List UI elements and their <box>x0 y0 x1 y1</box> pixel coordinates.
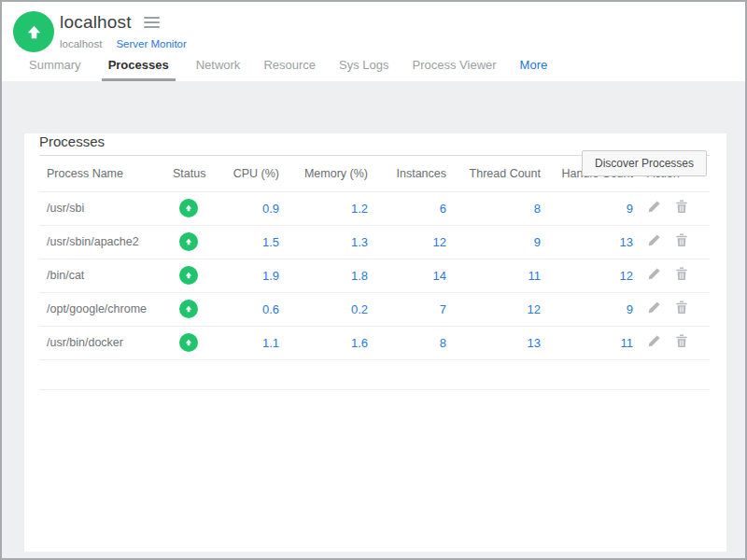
status-up-icon <box>179 232 198 251</box>
pencil-icon <box>647 200 661 214</box>
app-window: localhost localhost Server Monitor Summa… <box>0 0 747 560</box>
col-memory: Memory (%) <box>279 156 368 191</box>
col-instances: Instances <box>368 156 446 191</box>
page-title: localhost <box>60 12 132 33</box>
status-up-icon <box>179 333 198 352</box>
tab-bar: Summary Processes Network Resource Sys L… <box>26 58 550 81</box>
delete-button[interactable] <box>675 233 688 250</box>
edit-button[interactable] <box>647 334 661 351</box>
memory-cell[interactable]: 0.2 <box>279 292 368 326</box>
tab-summary[interactable]: Summary <box>26 58 84 81</box>
instances-cell[interactable]: 8 <box>368 326 446 359</box>
host-label: localhost <box>60 38 102 49</box>
handle-count-cell[interactable]: 13 <box>541 225 633 259</box>
delete-button[interactable] <box>675 200 688 217</box>
process-name-cell: /usr/sbi <box>39 191 173 225</box>
tab-processes[interactable]: Processes <box>102 58 176 81</box>
trash-icon <box>675 301 688 315</box>
status-up-icon <box>179 266 198 285</box>
tab-network[interactable]: Network <box>193 58 244 81</box>
server-monitor-link[interactable]: Server Monitor <box>116 38 186 49</box>
trash-icon <box>675 334 688 348</box>
table-row: /usr/sbi 0.9 1.2 6 8 9 <box>39 191 710 225</box>
process-name-cell: /bin/cat <box>39 259 173 292</box>
page-background: Discover Processes Processes Process Nam… <box>2 81 745 560</box>
memory-cell[interactable]: 1.6 <box>279 326 368 359</box>
cpu-cell[interactable]: 1.9 <box>215 259 279 292</box>
breadcrumb: localhost Server Monitor <box>60 38 187 49</box>
title-row: localhost <box>60 12 162 33</box>
cpu-cell[interactable]: 0.9 <box>215 191 279 225</box>
edit-button[interactable] <box>647 233 661 250</box>
hamburger-menu-icon[interactable] <box>142 15 162 30</box>
thread-count-cell[interactable]: 12 <box>446 292 541 326</box>
thread-count-cell[interactable]: 8 <box>446 191 541 225</box>
memory-cell[interactable]: 1.8 <box>279 259 368 292</box>
delete-button[interactable] <box>675 334 688 351</box>
handle-count-cell[interactable]: 12 <box>541 259 633 292</box>
tab-process-viewer[interactable]: Process Viewer <box>410 58 500 81</box>
process-name-cell: /usr/bin/docker <box>39 326 173 359</box>
trash-icon <box>675 233 688 247</box>
processes-table: Process Name Status CPU (%) Memory (%) I… <box>39 156 710 390</box>
delete-button[interactable] <box>675 301 688 317</box>
pencil-icon <box>647 334 661 348</box>
status-up-icon <box>179 300 198 318</box>
trash-icon <box>675 200 688 214</box>
memory-cell[interactable]: 1.2 <box>279 191 368 225</box>
status-up-icon <box>179 199 198 217</box>
edit-button[interactable] <box>647 200 661 217</box>
pencil-icon <box>647 267 661 281</box>
delete-button[interactable] <box>675 267 688 284</box>
col-process-name: Process Name <box>39 156 173 191</box>
memory-cell[interactable]: 1.3 <box>279 225 368 259</box>
tab-resource[interactable]: Resource <box>261 58 318 81</box>
pencil-icon <box>647 301 661 315</box>
handle-count-cell[interactable]: 9 <box>541 292 633 326</box>
handle-count-cell[interactable]: 11 <box>541 326 633 359</box>
thread-count-cell[interactable]: 13 <box>446 326 541 359</box>
table-row: /bin/cat 1.9 1.8 14 11 12 <box>39 259 710 292</box>
instances-cell[interactable]: 7 <box>368 292 446 326</box>
up-arrow-icon <box>24 22 44 42</box>
server-up-logo-icon <box>13 11 54 52</box>
handle-count-cell[interactable]: 9 <box>541 191 633 225</box>
tab-more[interactable]: More <box>517 58 551 81</box>
thread-count-cell[interactable]: 11 <box>446 259 541 292</box>
edit-button[interactable] <box>647 267 661 284</box>
table-row: /opt/google/chrome 0.6 0.2 7 12 9 <box>39 292 710 326</box>
cpu-cell[interactable]: 1.1 <box>215 326 279 359</box>
col-status: Status <box>173 156 215 191</box>
cpu-cell[interactable]: 1.5 <box>215 225 279 259</box>
process-name-cell: /opt/google/chrome <box>39 292 173 326</box>
processes-card: Discover Processes Processes Process Nam… <box>24 133 726 552</box>
cpu-cell[interactable]: 0.6 <box>215 292 279 326</box>
tab-sys-logs[interactable]: Sys Logs <box>336 58 391 81</box>
instances-cell[interactable]: 6 <box>368 191 446 225</box>
col-cpu: CPU (%) <box>215 156 279 191</box>
edit-button[interactable] <box>647 301 661 317</box>
process-name-cell: /usr/sbin/apache2 <box>39 225 173 259</box>
table-row: /usr/bin/docker 1.1 1.6 8 13 11 <box>39 326 710 359</box>
thread-count-cell[interactable]: 9 <box>446 225 541 259</box>
instances-cell[interactable]: 14 <box>368 259 446 292</box>
empty-row <box>39 359 710 389</box>
col-thread-count: Thread Count <box>446 156 541 191</box>
app-header: localhost localhost Server Monitor Summa… <box>2 2 745 81</box>
trash-icon <box>675 267 688 281</box>
pencil-icon <box>647 233 661 247</box>
table-row: /usr/sbin/apache2 1.5 1.3 12 9 13 <box>39 225 710 259</box>
discover-processes-button[interactable]: Discover Processes <box>582 150 707 176</box>
instances-cell[interactable]: 12 <box>368 225 446 259</box>
